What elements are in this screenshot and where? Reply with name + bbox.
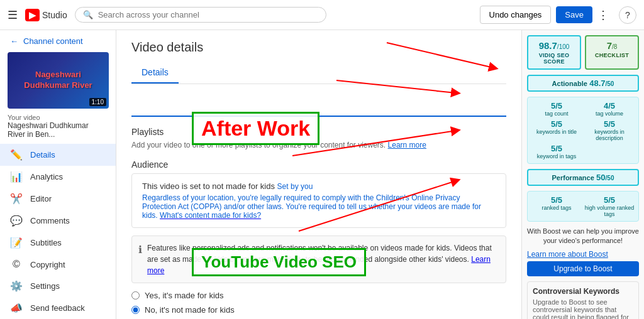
video-thumbnail: Nageshwari Dudhkumar River 1:10 [8,52,109,109]
feedback-icon: 📣 [10,302,23,314]
thumbnail-title: Nageshwari Dudhkumar River [8,65,109,96]
controversial-title: Controversial Keywords [533,287,633,296]
overlay-after-work: After Work [192,112,319,145]
studio-label: Studio [42,10,67,20]
video-duration: 1:10 [89,98,106,106]
metric-keywords-desc: 5/5 keywords in description [584,119,635,141]
details-icon: ✏️ [10,149,23,161]
save-button[interactable]: Save [556,6,592,23]
back-icon: ← [10,36,18,46]
checklist-value: 7/8 [589,40,635,51]
kids-radio-group: Yes, it's made for kids No, it's not mad… [131,291,506,315]
copyright-icon: © [10,259,23,270]
channel-content-label: Channel content [23,36,83,46]
seo-score-label: VIDIQ SEO SCORE [531,52,577,65]
upgrade-boost-button[interactable]: Upgrade to Boost [527,261,639,276]
sidebar-item-settings[interactable]: ⚙️ Settings [0,275,116,297]
metric-keywords-title: 5/5 keywords in title [531,119,582,141]
menu-icon[interactable]: ☰ [8,8,18,22]
search-input[interactable] [98,10,318,19]
kids-content-link[interactable]: What's content made for kids? [160,211,261,220]
copyright-label: Copyright [30,260,65,269]
audience-box: This video is set to not made for kids S… [131,173,506,228]
perf-ranked-tags: 5/5 ranked tags [531,195,582,217]
settings-label: Settings [30,281,60,291]
boost-section: With Boost we can help you improve your … [527,227,639,246]
controversial-box: Controversial Keywords Upgrade to Boost … [527,281,639,319]
radio-yes[interactable]: Yes, it's made for kids [131,291,506,300]
overlay-seo: YouTube Video SEO [192,248,366,276]
sidebar-item-comments[interactable]: 💬 Comments [0,210,116,232]
analytics-label: Analytics [30,172,63,181]
perf-high-volume: 5/5 high volume ranked tags [584,195,635,217]
seo-score-box: 98.7/100 VIDIQ SEO SCORE [527,35,581,70]
boost-text: With Boost we can help you improve your … [527,227,639,244]
yt-icon: ▶ [25,9,40,21]
seo-score-value: 98.7/100 [531,40,577,51]
main-content: Video details Details Playlists Add your… [116,30,521,319]
radio-yes-input[interactable] [131,291,140,300]
audience-desc: Regardless of your location, you're lega… [142,193,496,220]
subtitles-label: Subtitles [30,238,62,247]
audience-label: Audience [131,160,506,170]
performance-score: 50/50 [596,173,614,182]
video-info: Your video Nageshwari Dudhkumar River in… [0,114,116,144]
perf-metrics-grid: 5/5 ranked tags 5/5 high volume ranked t… [527,191,639,222]
radio-no[interactable]: No, it's not made for kids [131,305,506,315]
radio-yes-label: Yes, it's made for kids [145,291,224,300]
performance-label: Performance [552,174,594,181]
radio-no-input[interactable] [131,306,140,314]
sidebar: ← Channel content Nageshwari Dudhkumar R… [0,30,116,319]
action-buttons: Undo changes Save ⋮ [480,6,609,24]
back-to-channel[interactable]: ← Channel content [0,30,116,52]
comments-label: Comments [30,216,70,225]
boost-link[interactable]: Learn more about Boost [527,250,639,259]
actionable-bar: Actionable 48.7/50 [527,75,639,92]
info-icon: ℹ [138,242,142,276]
sidebar-item-details[interactable]: ✏️ Details [0,144,116,166]
vidiq-scores: 98.7/100 VIDIQ SEO SCORE 7/8 CHECKLIST [527,35,639,70]
settings-icon: ⚙️ [10,280,23,292]
vidiq-content: 98.7/100 VIDIQ SEO SCORE 7/8 CHECKLIST [527,35,639,319]
metrics-grid: 5/5 tag count 4/5 tag volume 5/5 keyword… [527,97,639,164]
more-options-icon[interactable]: ⋮ [597,8,609,22]
sidebar-item-send-feedback[interactable]: 📣 Send feedback [0,297,116,319]
editor-icon: ✂️ [10,193,23,205]
sidebar-item-subtitles[interactable]: 📝 Subtitles [0,232,116,254]
audience-title: This video is set to not made for kids S… [142,181,496,191]
video-thumbnail-container: Nageshwari Dudhkumar River 1:10 [8,52,108,109]
metric-tag-count: 5/5 tag count [531,101,582,117]
your-video-label: Your video [8,114,108,121]
search-icon: 🔍 [83,10,93,19]
metric-tag-volume: 4/5 tag volume [584,101,635,117]
comments-icon: 💬 [10,215,23,227]
subtitles-icon: 📝 [10,237,23,249]
sidebar-item-analytics[interactable]: 📊 Analytics [0,166,116,188]
radio-no-label: No, it's not made for kids [145,305,235,315]
controversial-desc: Upgrade to Boost to see controversial ke… [533,298,633,319]
youtube-logo: ▶ Studio [25,9,67,21]
vidiq-panel: 98.7/100 VIDIQ SEO SCORE 7/8 CHECKLIST [521,30,644,319]
help-button[interactable]: ? [619,6,636,24]
feedback-label: Send feedback [30,303,85,313]
details-label: Details [30,150,55,160]
search-bar[interactable]: 🔍 [75,7,326,23]
checklist-box: 7/8 CHECKLIST [585,35,639,70]
topbar-actions: Undo changes Save ⋮ ? [480,6,636,24]
set-by-label: Set by you [277,182,313,191]
audience-section: Audience This video is set to not made f… [131,160,506,319]
tab-details[interactable]: Details [131,62,179,84]
analytics-icon: 📊 [10,171,23,183]
sidebar-item-editor[interactable]: ✂️ Editor [0,188,116,210]
checklist-label: CHECKLIST [589,52,635,58]
page-title: Video details [131,40,506,55]
video-title: Nageshwari Dudhkumar River in Ben... [8,121,108,139]
tabs: Details [131,62,506,84]
undo-button[interactable]: Undo changes [480,6,552,24]
editor-label: Editor [30,194,52,203]
actionable-label: Actionable [552,80,587,87]
actionable-score: 48.7/50 [589,78,614,88]
performance-bar: Performance 50/50 [527,169,639,186]
playlists-learn-more[interactable]: Learn more [388,141,426,149]
sidebar-item-copyright[interactable]: © Copyright [0,254,116,275]
